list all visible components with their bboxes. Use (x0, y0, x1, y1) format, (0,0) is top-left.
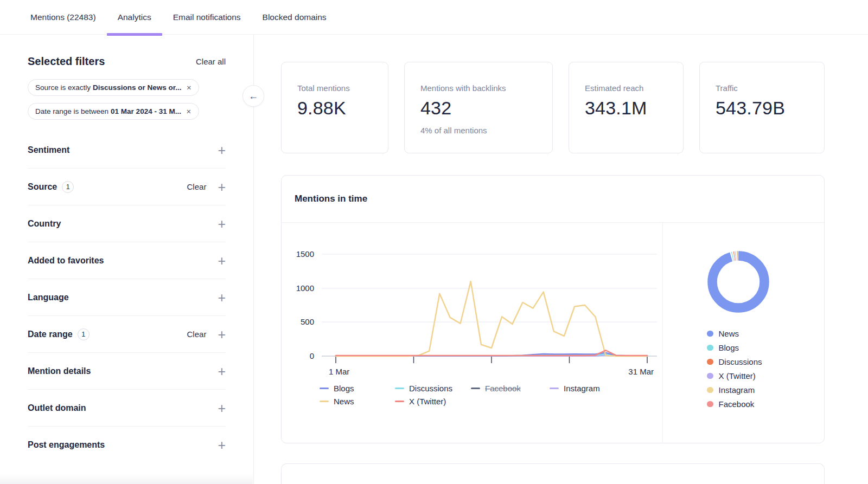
legend-color-dot (707, 359, 713, 365)
legend-item-Blogs[interactable]: Blogs (320, 384, 395, 393)
legend-color-dot (707, 331, 713, 337)
filter-section-added-to-favorites[interactable]: Added to favorites + (28, 242, 226, 279)
filter-section-outlet-domain[interactable]: Outlet domain + (28, 390, 226, 427)
section-label: Sentiment (28, 145, 69, 155)
svg-text:500: 500 (301, 317, 314, 326)
stat-card-estimated-reach: Estimated reach 343.1M (569, 62, 684, 153)
svg-text:1 Mar: 1 Mar (329, 367, 349, 376)
section-label: Post engagements (28, 440, 105, 450)
clear-all-filters-link[interactable]: Clear all (196, 57, 226, 66)
tab-blocked-domains[interactable]: Blocked domains (252, 0, 337, 35)
section-label: Outlet domain (28, 403, 86, 413)
section-label: Source (28, 182, 57, 192)
donut-chart-legend: NewsBlogsDiscussionsX (Twitter)Instagram… (707, 329, 762, 409)
section-label: Date range (28, 330, 73, 339)
section-label: Added to favorites (28, 256, 104, 266)
legend-color-dash (471, 388, 480, 390)
arrow-left-icon: ← (248, 91, 258, 102)
legend-color-dash (320, 388, 329, 390)
filter-count-badge: 1 (78, 328, 90, 340)
donut-legend-item-News[interactable]: News (707, 329, 762, 338)
filter-section-date-range[interactable]: Date range 1 Clear + (28, 316, 226, 353)
legend-color-dash (320, 401, 329, 403)
section-label: Mention details (28, 366, 91, 376)
legend-item-Instagram[interactable]: Instagram (550, 384, 600, 393)
legend-item-X (Twitter)[interactable]: X (Twitter) (395, 397, 471, 406)
filter-section-mention-details[interactable]: Mention details + (28, 353, 226, 390)
legend-color-dot (707, 345, 713, 351)
legend-label: X (Twitter) (719, 371, 756, 380)
expand-plus-icon[interactable]: + (218, 255, 226, 266)
clear-section-link[interactable]: Clear (187, 182, 207, 191)
line-chart-legend: BlogsDiscussionsFacebookInstagramNewsX (… (320, 384, 600, 406)
section-label: Country (28, 219, 61, 229)
expand-plus-icon[interactable]: + (218, 329, 226, 340)
expand-plus-icon[interactable]: + (218, 218, 226, 229)
top-tab-bar: Mentions (22483) Analytics Email notific… (0, 0, 868, 35)
stat-card-total-mentions: Total mentions 9.88K (281, 62, 388, 153)
stat-cards-row: Total mentions 9.88K Mentions with backl… (281, 62, 825, 153)
legend-item-News[interactable]: News (320, 397, 395, 406)
filter-chip-date-range[interactable]: Date range is between 01 Mar 2024 - 31 M… (28, 103, 199, 120)
filter-chip-source[interactable]: Source is exactly Discussions or News or… (28, 79, 199, 96)
expand-plus-icon[interactable]: + (218, 145, 226, 156)
filters-sidebar: Selected filters Clear all Source is exa… (0, 35, 253, 484)
stat-label: Mentions with backlinks (420, 83, 537, 93)
remove-filter-icon[interactable]: ✕ (186, 108, 192, 115)
sidebar-scroll-fade (0, 474, 253, 484)
filter-section-source[interactable]: Source 1 Clear + (28, 169, 226, 205)
stat-note: 4% of all mentions (420, 126, 537, 135)
expand-plus-icon[interactable]: + (218, 292, 226, 303)
expand-plus-icon[interactable]: + (218, 182, 226, 192)
filter-section-language[interactable]: Language + (28, 279, 226, 316)
clear-section-link[interactable]: Clear (187, 330, 207, 339)
sources-donut-chart[interactable] (701, 244, 776, 319)
tab-email-notifications[interactable]: Email notifications (162, 0, 252, 35)
legend-item-Facebook[interactable]: Facebook (471, 384, 550, 393)
donut-chart-pane: NewsBlogsDiscussionsX (Twitter)Instagram… (662, 223, 824, 443)
series-line-News (336, 281, 647, 356)
svg-text:0: 0 (310, 351, 314, 360)
legend-color-dot (707, 373, 713, 379)
legend-item-Discussions[interactable]: Discussions (395, 384, 471, 393)
filter-sections-list: Sentiment + Source 1 Clear + Country + A… (28, 132, 226, 463)
donut-legend-item-Facebook[interactable]: Facebook (707, 399, 762, 409)
selected-filters-title: Selected filters (28, 55, 105, 68)
line-chart-pane: 0500100015001 Mar31 Mar BlogsDiscussions… (282, 223, 662, 443)
legend-label: X (Twitter) (409, 397, 446, 406)
chip-prefix: Source is exactly (35, 83, 91, 92)
legend-color-dash (395, 401, 404, 403)
legend-label: Facebook (719, 399, 755, 409)
donut-legend-item-X (Twitter)[interactable]: X (Twitter) (707, 371, 762, 380)
filter-section-post-engagements[interactable]: Post engagements + (28, 427, 226, 463)
stat-label: Traffic (716, 83, 808, 93)
stat-value: 343.1M (585, 98, 667, 119)
remove-filter-icon[interactable]: ✕ (187, 84, 192, 92)
stat-label: Total mentions (297, 83, 372, 93)
tab-analytics[interactable]: Analytics (107, 0, 162, 35)
legend-color-dot (707, 401, 713, 408)
expand-plus-icon[interactable]: + (218, 440, 226, 450)
filter-section-sentiment[interactable]: Sentiment + (28, 132, 226, 169)
next-widget-card-partial (281, 463, 825, 484)
analytics-main: Total mentions 9.88K Mentions with backl… (254, 35, 868, 484)
legend-label: Blogs (719, 343, 739, 352)
donut-legend-item-Blogs[interactable]: Blogs (707, 343, 762, 352)
expand-plus-icon[interactable]: + (218, 366, 226, 377)
collapse-sidebar-button[interactable]: ← (242, 85, 264, 107)
donut-legend-item-Instagram[interactable]: Instagram (707, 385, 762, 395)
filter-section-country[interactable]: Country + (28, 205, 226, 242)
chart-title: Mentions in time (295, 193, 367, 204)
svg-text:1500: 1500 (296, 249, 314, 259)
chip-value: 01 Mar 2024 - 31 M... (111, 107, 181, 115)
tab-mentions[interactable]: Mentions (22483) (20, 0, 107, 35)
expand-plus-icon[interactable]: + (218, 403, 226, 414)
legend-label: Blogs (334, 384, 354, 393)
mentions-line-chart[interactable]: 0500100015001 Mar31 Mar (282, 238, 663, 380)
svg-text:1000: 1000 (296, 283, 314, 293)
legend-label: News (334, 397, 354, 406)
legend-color-dot (707, 387, 713, 393)
svg-text:31 Mar: 31 Mar (628, 367, 654, 376)
donut-legend-item-Discussions[interactable]: Discussions (707, 357, 762, 366)
stat-card-mentions-with-backlinks: Mentions with backlinks 432 4% of all me… (404, 62, 553, 153)
